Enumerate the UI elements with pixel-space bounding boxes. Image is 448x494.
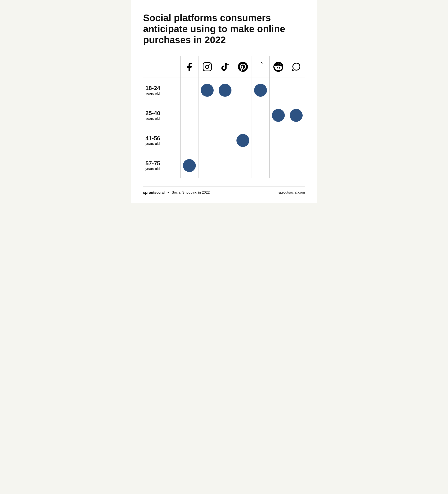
data-row: 57-75 years old: [143, 153, 305, 178]
data-cell-row0-col2: [216, 78, 234, 103]
data-cell-row2-col2: [216, 128, 234, 153]
page-title: Social platforms consumers anticipate us…: [143, 12, 305, 45]
snapchat-icon: [255, 62, 266, 72]
footer-brand: sproutsocial: [143, 190, 164, 195]
age-range: 25-40: [145, 110, 160, 117]
footer-url: sproutsocial.com: [278, 190, 305, 195]
row-label-text: 18-24 years old: [145, 85, 160, 96]
svg-point-2: [209, 64, 210, 65]
data-dot: [236, 134, 249, 147]
infographic-card: Social platforms consumers anticipate us…: [131, 0, 317, 203]
data-cell-row2-col4: [252, 128, 270, 153]
data-rows: 18-24 years old 25-40 years old 41-56 ye…: [143, 78, 305, 178]
header-facebook: [181, 56, 198, 78]
header-snapchat: [252, 56, 270, 78]
data-cell-row0-col3: [234, 78, 252, 103]
data-cell-row0-col6: [287, 78, 305, 103]
data-grid: 18-24 years old 25-40 years old 41-56 ye…: [143, 56, 305, 178]
row-label-text: 41-56 years old: [145, 135, 160, 146]
data-cell-row0-col5: [270, 78, 288, 103]
footer-left: sproutsocial • Social Shopping in 2022: [143, 190, 210, 195]
row-label-text: 25-40 years old: [145, 110, 160, 121]
header-empty-cell: [143, 56, 181, 78]
data-row: 25-40 years old: [143, 103, 305, 128]
data-row: 41-56 years old: [143, 128, 305, 153]
data-cell-row3-col3: [234, 153, 252, 178]
data-cell-row3-col4: [252, 153, 270, 178]
data-cell-row2-col3: [234, 128, 252, 153]
years-old: years old: [145, 91, 160, 96]
pinterest-icon: [238, 62, 248, 72]
header-row: [143, 56, 305, 78]
data-cell-row3-col0: [181, 153, 198, 178]
footer-separator: •: [167, 190, 169, 195]
data-cell-row3-col6: [287, 153, 305, 178]
years-old: years old: [145, 117, 160, 121]
data-cell-row2-col5: [270, 128, 288, 153]
header-whatsapp: [287, 56, 305, 78]
header-reddit: [270, 56, 288, 78]
data-cell-row3-col1: [198, 153, 216, 178]
footer-report-title: Social Shopping in 2022: [172, 190, 210, 195]
data-cell-row1-col1: [198, 103, 216, 128]
years-old: years old: [145, 167, 160, 171]
data-cell-row1-col2: [216, 103, 234, 128]
header-instagram: [198, 56, 216, 78]
data-cell-row1-col4: [252, 103, 270, 128]
whatsapp-icon: [291, 62, 301, 72]
data-cell-row3-col5: [270, 153, 288, 178]
row-label-2: 41-56 years old: [143, 128, 181, 153]
data-cell-row0-col4: [252, 78, 270, 103]
data-cell-row2-col0: [181, 128, 198, 153]
data-dot: [290, 109, 303, 122]
age-range: 57-75: [145, 160, 160, 167]
age-range: 41-56: [145, 135, 160, 142]
footer: sproutsocial • Social Shopping in 2022 s…: [143, 186, 305, 195]
row-label-3: 57-75 years old: [143, 153, 181, 178]
data-cell-row1-col0: [181, 103, 198, 128]
data-cell-row1-col6: [287, 103, 305, 128]
data-dot: [218, 84, 231, 97]
data-dot: [254, 84, 267, 97]
data-cell-row3-col2: [216, 153, 234, 178]
data-cell-row0-col0: [181, 78, 198, 103]
data-row: 18-24 years old: [143, 78, 305, 103]
data-cell-row2-col6: [287, 128, 305, 153]
row-label-0: 18-24 years old: [143, 78, 181, 103]
data-cell-row1-col5: [270, 103, 288, 128]
data-dot: [201, 84, 214, 97]
data-dot: [272, 109, 285, 122]
instagram-icon: [202, 62, 212, 72]
years-old: years old: [145, 142, 160, 146]
reddit-icon: [273, 62, 283, 72]
data-cell-row2-col1: [198, 128, 216, 153]
tiktok-icon: [220, 62, 230, 72]
header-pinterest: [234, 56, 252, 78]
row-label-1: 25-40 years old: [143, 103, 181, 128]
data-dot: [183, 159, 196, 172]
facebook-icon: [184, 62, 194, 72]
data-cell-row0-col1: [198, 78, 216, 103]
header-tiktok: [216, 56, 234, 78]
data-cell-row1-col3: [234, 103, 252, 128]
svg-rect-0: [203, 63, 211, 71]
age-range: 18-24: [145, 85, 160, 92]
row-label-text: 57-75 years old: [145, 160, 160, 171]
svg-point-1: [206, 65, 209, 68]
